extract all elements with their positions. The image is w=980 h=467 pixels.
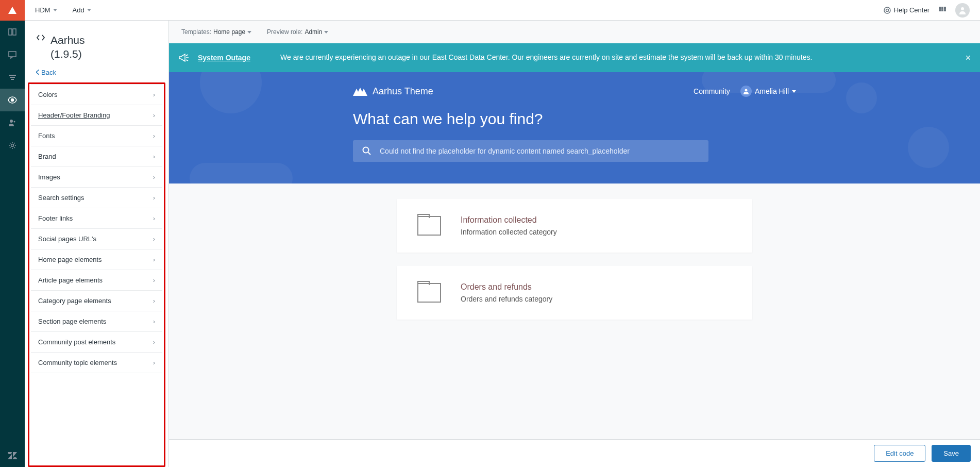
chevron-down-icon (247, 31, 251, 34)
top-dropdown-label: HDM (35, 6, 50, 14)
alert-title[interactable]: System Outage (198, 54, 280, 62)
icon-rail (0, 0, 25, 467)
back-link[interactable]: Back (25, 66, 168, 82)
role-crumb[interactable]: Preview role: Admin (267, 28, 328, 36)
svg-rect-3 (9, 52, 16, 57)
chevron-right-icon: › (153, 235, 155, 243)
search-placeholder: Could not find the placeholder for dynam… (380, 147, 630, 155)
brand-icon (353, 87, 367, 96)
svg-rect-1 (9, 29, 12, 35)
chevron-right-icon: › (153, 173, 155, 181)
chevron-down-icon (87, 9, 91, 11)
svg-rect-6 (11, 79, 14, 80)
card-title: Information collected (461, 215, 557, 225)
settings-item-section-page[interactable]: Section page elements› (31, 311, 162, 332)
chevron-right-icon: › (153, 214, 155, 222)
svg-rect-16 (939, 9, 941, 11)
crumb-bar: Templates: Home page Preview role: Admin (169, 21, 980, 43)
cards-area: Information collected Information collec… (169, 184, 980, 335)
settings-item-fonts[interactable]: Fonts› (31, 126, 162, 146)
svg-point-8 (10, 120, 13, 123)
top-dropdown-label: Add (73, 6, 85, 14)
settings-item-images[interactable]: Images› (31, 167, 162, 188)
settings-item-community-topic[interactable]: Community topic elements› (31, 353, 162, 373)
card-subtitle: Orders and refunds category (461, 295, 552, 303)
community-link[interactable]: Community (694, 87, 730, 95)
help-center-label: Help Center (894, 6, 930, 14)
settings-list: Colors› Header/Footer Branding› Fonts› B… (28, 82, 165, 467)
hero-brand-label: Aarhus Theme (373, 86, 433, 97)
chevron-right-icon: › (153, 111, 155, 119)
top-dropdown-add[interactable]: Add (73, 6, 91, 14)
user-avatar[interactable] (955, 3, 970, 18)
hero-user-label: Amelia Hill (755, 87, 789, 95)
svg-point-10 (11, 144, 14, 147)
svg-point-7 (11, 99, 14, 102)
templates-crumb[interactable]: Templates: Home page (181, 28, 251, 36)
lifebuoy-icon (884, 7, 891, 14)
chevron-down-icon (792, 90, 796, 93)
sidebar-title: Aarhus (1.9.5) (50, 33, 85, 61)
rail-list-icon[interactable] (0, 66, 25, 89)
settings-item-category-page[interactable]: Category page elements› (31, 291, 162, 311)
chevron-right-icon: › (153, 276, 155, 284)
hero-brand[interactable]: Aarhus Theme (353, 86, 433, 97)
chevron-right-icon: › (153, 338, 155, 346)
svg-point-20 (745, 89, 747, 92)
chevron-right-icon: › (153, 359, 155, 366)
category-card[interactable]: Information collected Information collec… (397, 199, 752, 253)
code-icon (36, 33, 45, 42)
chevron-down-icon (324, 31, 328, 34)
rail-zendesk-icon[interactable] (0, 444, 25, 467)
rail-gear-icon[interactable] (0, 134, 25, 157)
svg-rect-5 (10, 77, 15, 78)
svg-point-9 (14, 121, 15, 123)
logo-icon[interactable] (0, 0, 25, 21)
chevron-right-icon: › (153, 194, 155, 202)
hero-avatar-icon (740, 86, 752, 97)
chevron-right-icon: › (153, 91, 155, 98)
settings-item-social[interactable]: Social pages URL's› (31, 229, 162, 249)
card-title: Orders and refunds (461, 282, 552, 292)
svg-rect-13 (939, 7, 941, 9)
top-bar: HDM Add Help Center (25, 0, 980, 21)
save-button[interactable]: Save (932, 445, 971, 462)
help-center-link[interactable]: Help Center (884, 6, 930, 14)
svg-rect-17 (941, 9, 943, 11)
top-dropdown-hdm[interactable]: HDM (35, 6, 57, 14)
card-subtitle: Information collected category (461, 228, 557, 236)
folder-icon (417, 283, 441, 303)
settings-item-article-page[interactable]: Article page elements› (31, 270, 162, 291)
hero-title: What can we help you find? (353, 110, 796, 128)
svg-marker-0 (8, 7, 16, 14)
preview-column: Templates: Home page Preview role: Admin (169, 21, 980, 467)
settings-item-footer-links[interactable]: Footer links› (31, 208, 162, 229)
rail-users-icon[interactable] (0, 111, 25, 134)
settings-item-home-page[interactable]: Home page elements› (31, 249, 162, 270)
chevron-right-icon: › (153, 256, 155, 263)
chevron-right-icon: › (153, 153, 155, 160)
category-card[interactable]: Orders and refunds Orders and refunds ca… (397, 266, 752, 320)
hero-user-menu[interactable]: Amelia Hill (740, 86, 796, 97)
folder-icon (417, 216, 441, 236)
back-label: Back (41, 69, 56, 76)
rail-eye-icon[interactable] (0, 89, 25, 111)
svg-point-21 (363, 147, 369, 153)
settings-item-colors[interactable]: Colors› (31, 84, 162, 105)
apps-grid-icon[interactable] (939, 7, 946, 14)
edit-code-button[interactable]: Edit code (874, 445, 925, 462)
settings-item-header-footer[interactable]: Header/Footer Branding› (31, 105, 162, 126)
alert-close-icon[interactable]: × (956, 53, 980, 63)
settings-item-brand[interactable]: Brand› (31, 146, 162, 167)
megaphone-icon (169, 43, 198, 72)
svg-point-19 (961, 7, 964, 10)
hero-search-input[interactable]: Could not find the placeholder for dynam… (353, 140, 708, 162)
settings-item-community-post[interactable]: Community post elements› (31, 332, 162, 353)
svg-rect-15 (944, 7, 946, 9)
rail-guide-icon[interactable] (0, 21, 25, 43)
rail-comment-icon[interactable] (0, 43, 25, 66)
settings-item-search[interactable]: Search settings› (31, 188, 162, 208)
svg-rect-4 (9, 75, 16, 76)
search-icon (362, 146, 371, 156)
sidebar: Aarhus (1.9.5) Back Colors› Header/Foote… (25, 21, 169, 467)
